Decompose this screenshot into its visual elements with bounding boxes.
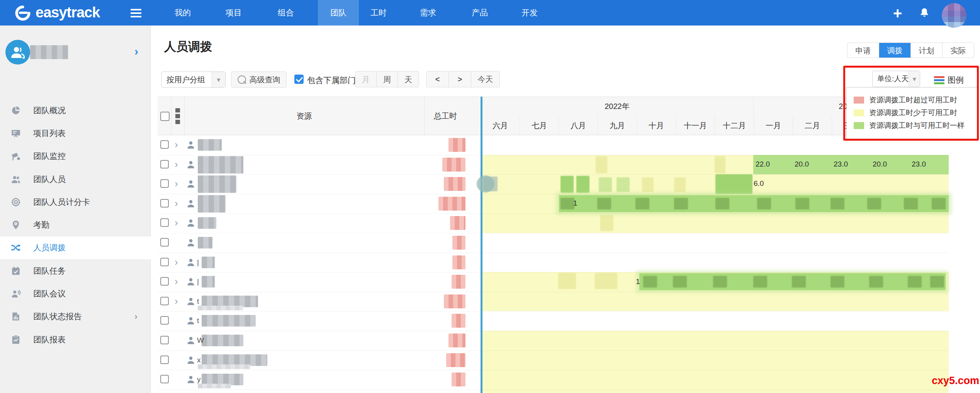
person-icon bbox=[186, 277, 195, 286]
unit-dropdown[interactable]: 单位:人天 ▼ bbox=[872, 71, 920, 87]
total-hours-bar-redacted bbox=[452, 236, 465, 250]
column-options-icon[interactable] bbox=[175, 108, 180, 126]
tab-申请[interactable]: 申请 bbox=[848, 43, 879, 58]
advanced-query-button[interactable]: 高级查询 bbox=[231, 71, 287, 88]
nav-item-我的[interactable]: 我的 bbox=[162, 0, 203, 26]
sidebar-item-项目列表[interactable]: 项目列表 bbox=[0, 122, 151, 145]
resource-name-redacted[interactable] bbox=[198, 156, 243, 174]
row-checkbox[interactable] bbox=[160, 179, 169, 188]
sidebar-item-考勤[interactable]: 考勤 bbox=[0, 213, 151, 236]
sidebar-item-团队监控[interactable]: 团队监控 bbox=[0, 145, 151, 168]
row-expand-chevron-icon[interactable]: › bbox=[175, 159, 178, 169]
nav-item-项目[interactable]: 项目 bbox=[213, 0, 254, 26]
easytrack-logo-icon[interactable] bbox=[14, 5, 32, 22]
row-expand-chevron-icon[interactable]: › bbox=[175, 296, 178, 306]
prev-period-button[interactable]: < bbox=[426, 71, 449, 87]
sidebar-item-团队状态报告[interactable]: 团队状态报告› bbox=[0, 305, 151, 328]
add-icon[interactable]: + bbox=[893, 5, 902, 22]
row-expand-chevron-icon[interactable]: › bbox=[175, 257, 178, 267]
row-checkbox[interactable] bbox=[160, 375, 169, 383]
blurred-value-mark bbox=[635, 198, 649, 209]
nav-item-产品[interactable]: 产品 bbox=[459, 0, 500, 26]
resource-name-redacted[interactable] bbox=[202, 315, 256, 327]
sidebar-user-chevron-icon[interactable]: › bbox=[134, 45, 138, 58]
sidebar-item-团队人员[interactable]: 团队人员 bbox=[0, 168, 151, 191]
total-hours-column-header[interactable]: 总工时 bbox=[424, 97, 467, 135]
include-subdepts-label[interactable]: 包含下属部门 bbox=[307, 75, 356, 86]
row-checkbox[interactable] bbox=[160, 356, 169, 364]
allocation-value: 20.0 bbox=[873, 160, 887, 168]
sidebar-item-人员调拨[interactable]: 人员调拨 bbox=[0, 236, 151, 259]
easytrack-logo[interactable]: easytrack bbox=[36, 4, 100, 21]
nav-item-需求[interactable]: 需求 bbox=[408, 0, 448, 26]
total-hours-bar-redacted bbox=[452, 314, 465, 328]
row-checkbox[interactable] bbox=[160, 258, 169, 266]
sidebar-item-团队任务[interactable]: 团队任务 bbox=[0, 259, 151, 282]
resource-name-redacted[interactable] bbox=[202, 276, 215, 288]
select-all-checkbox[interactable] bbox=[160, 112, 170, 121]
row-divider bbox=[158, 292, 949, 292]
legend-item: 资源调拨工时少于可用工时 bbox=[847, 106, 978, 119]
resource-name-redacted[interactable] bbox=[202, 257, 215, 268]
nav-item-组合[interactable]: 组合 bbox=[265, 0, 306, 26]
row-expand-chevron-icon[interactable]: › bbox=[175, 276, 178, 286]
group-by-dropdown[interactable]: 按用户分组 ▼ bbox=[161, 71, 226, 88]
row-checkbox[interactable] bbox=[160, 140, 169, 149]
unit-value: 单位:人天 bbox=[873, 74, 909, 84]
view-mode-周[interactable]: 周 bbox=[377, 71, 398, 87]
include-subdepts-checkbox[interactable] bbox=[294, 75, 304, 84]
sidebar-item-团队概况[interactable]: 团队概况 bbox=[0, 99, 151, 122]
allocation-band-yellow bbox=[481, 213, 949, 233]
row-expand-chevron-icon[interactable]: › bbox=[175, 140, 178, 150]
legend-swatch bbox=[854, 122, 864, 129]
allocation-band-yellow bbox=[481, 292, 949, 311]
sidebar-item-团队会议[interactable]: 团队会议 bbox=[0, 282, 151, 305]
tab-计划[interactable]: 计划 bbox=[911, 43, 943, 58]
resource-name-redacted[interactable] bbox=[198, 217, 216, 229]
row-checkbox[interactable] bbox=[160, 238, 169, 247]
hamburger-menu-icon[interactable] bbox=[131, 9, 141, 19]
blurred-allocation-patch bbox=[576, 176, 589, 193]
nav-item-工时[interactable]: 工时 bbox=[358, 0, 399, 26]
month-header-七月: 七月 bbox=[520, 116, 559, 135]
allocation-bar[interactable] bbox=[559, 195, 949, 212]
team-avatar-icon bbox=[10, 44, 25, 60]
row-checkbox[interactable] bbox=[160, 199, 169, 208]
tab-调拨[interactable]: 调拨 bbox=[879, 43, 911, 58]
row-checkbox[interactable] bbox=[160, 316, 169, 325]
blurred-value-mark bbox=[757, 198, 771, 209]
row-expand-chevron-icon[interactable]: › bbox=[175, 198, 178, 208]
resource-name-redacted[interactable] bbox=[198, 139, 222, 151]
nav-item-团队[interactable]: 团队 bbox=[318, 0, 359, 26]
resource-name-prefix: y bbox=[197, 375, 201, 384]
row-expand-chevron-icon[interactable]: › bbox=[175, 179, 178, 189]
user-avatar[interactable] bbox=[942, 3, 966, 28]
row-checkbox[interactable] bbox=[160, 277, 169, 286]
team-members-icon bbox=[11, 174, 21, 184]
sidebar-item-团队人员计分卡[interactable]: 团队人员计分卡 bbox=[0, 191, 151, 213]
row-expand-chevron-icon[interactable]: › bbox=[175, 218, 178, 228]
sidebar-user-avatar[interactable] bbox=[5, 40, 30, 65]
tab-实际[interactable]: 实际 bbox=[943, 43, 974, 58]
row-checkbox[interactable] bbox=[160, 297, 169, 305]
sidebar-item-label: 项目列表 bbox=[33, 128, 66, 139]
today-button[interactable]: 今天 bbox=[471, 71, 499, 87]
row-checkbox[interactable] bbox=[160, 218, 169, 227]
legend-item-label: 资源调拨工时与可用工时一样 bbox=[869, 121, 965, 131]
sidebar-item-团队报表[interactable]: 团队报表 bbox=[0, 328, 151, 351]
nav-item-开发[interactable]: 开发 bbox=[509, 0, 550, 26]
row-checkbox[interactable] bbox=[160, 336, 169, 344]
blurred-value-mark bbox=[831, 198, 844, 209]
legend-item-label: 资源调拨工时超过可用工时 bbox=[869, 95, 957, 105]
row-checkbox[interactable] bbox=[160, 160, 169, 168]
resource-name-redacted[interactable] bbox=[202, 335, 243, 346]
legend-button[interactable]: 图例 bbox=[934, 74, 977, 86]
resource-column-header[interactable]: 资源 bbox=[184, 97, 424, 135]
next-period-button[interactable]: > bbox=[449, 71, 471, 87]
view-mode-天[interactable]: 天 bbox=[398, 71, 419, 87]
resource-name-redacted[interactable] bbox=[198, 237, 212, 248]
resource-name-redacted[interactable] bbox=[198, 195, 226, 213]
blurred-allocation-patch bbox=[674, 177, 686, 192]
bell-icon[interactable] bbox=[919, 7, 930, 19]
resource-name-redacted[interactable] bbox=[198, 175, 236, 193]
